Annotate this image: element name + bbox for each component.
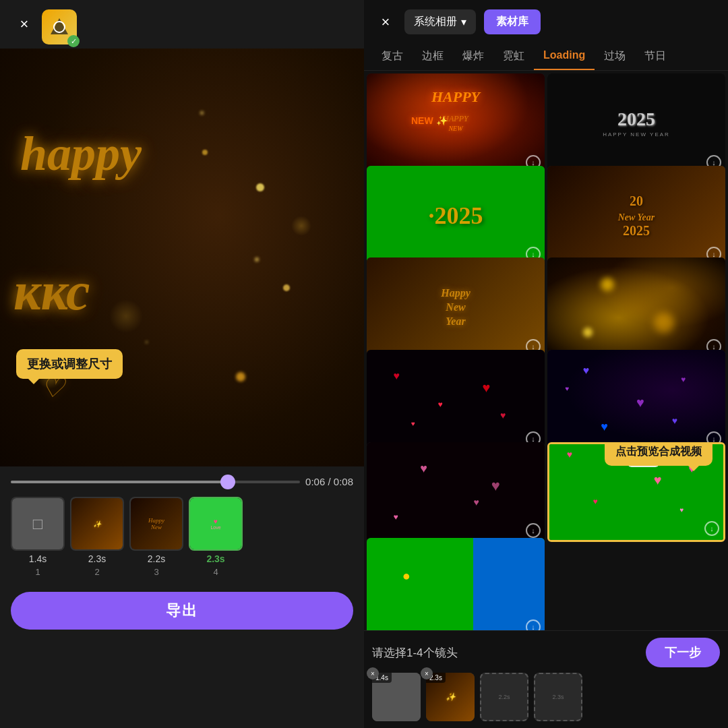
clip-item-4[interactable]: ♥ Love 2.3s 4 <box>189 497 243 577</box>
clip-number-1: 1 <box>35 567 40 577</box>
preview-tooltip[interactable]: 点击预览合成视频 <box>605 442 712 466</box>
download-icon-10[interactable]: ↓ <box>704 521 719 536</box>
left-panel: × happy ккс ♡ <box>0 0 364 728</box>
clip-number-2: 2 <box>94 567 99 577</box>
tab-retro[interactable]: 复古 <box>372 44 413 70</box>
media-grid: HAPPYNEW HAPPY NEW ✨ ↓ 2025 HAPPY NEW YE… <box>364 71 728 630</box>
clip-duration-2: 2.3s <box>88 553 106 564</box>
selected-thumb-1-close[interactable]: × <box>367 667 379 679</box>
tab-explode[interactable]: 爆炸 <box>453 44 493 70</box>
timeline-bar: 0:06 / 0:08 <box>0 473 364 490</box>
kkc-text-overlay: ккс <box>13 264 90 318</box>
timeline-progress <box>11 481 228 483</box>
bottom-bar: 请选择1-4个镜头 下一步 × 1.4s × ✨ 2.3s <box>364 630 728 728</box>
selected-thumb-1[interactable]: × 1.4s <box>372 673 421 721</box>
media-cell-4[interactable]: 20New Year2025 ↓ <box>547 166 725 266</box>
clip-thumb-inner-3: HappyNew <box>131 498 182 549</box>
system-album-button[interactable]: 系统相册 ▾ <box>404 9 476 34</box>
gold-particle-1 <box>256 183 264 191</box>
clip-thumb-2[interactable]: ✨ <box>70 497 124 551</box>
sparkle-4 <box>200 111 204 115</box>
gold-particle-3 <box>283 284 290 291</box>
selection-row: 请选择1-4个镜头 下一步 <box>372 638 720 667</box>
media-cell-1[interactable]: HAPPYNEW HAPPY NEW ✨ ↓ <box>367 73 545 174</box>
bokeh-2 <box>291 216 311 236</box>
selected-thumb-2-close[interactable]: × <box>421 667 433 679</box>
clip-item-1[interactable]: □ 1.4s 1 <box>11 497 65 577</box>
size-tooltip[interactable]: 更换或调整尺寸 <box>16 349 123 379</box>
media-cell-10[interactable]: ♥ ♥ ♥ ♥ ♥ Love You ↓ 点击预览合成视频 <box>547 442 725 543</box>
selected-thumb-4-label: 2.3s <box>552 694 564 700</box>
selected-thumb-4-inner: 2.3s <box>534 673 582 721</box>
selected-thumb-3[interactable]: 2.2s <box>480 673 528 721</box>
clip-thumb-1[interactable]: □ <box>11 497 65 551</box>
left-close-button[interactable]: × <box>12 12 36 36</box>
selected-thumbs: × 1.4s × ✨ 2.3s 2.2s <box>372 673 720 721</box>
bokeh-3 <box>109 299 143 333</box>
system-album-label: 系统相册 <box>414 15 457 29</box>
clip-thumb-inner-1: □ <box>12 498 63 549</box>
media-cell-6[interactable]: ↓ <box>547 257 725 358</box>
selection-label: 请选择1-4个镜头 <box>372 645 458 661</box>
timeline-area: 0:06 / 0:08 □ 1.4s 1 ✨ <box>0 466 364 584</box>
sparkle-3 <box>146 341 148 343</box>
right-close-button[interactable]: × <box>375 13 396 31</box>
timeline-thumb[interactable] <box>220 475 235 489</box>
right-header: × 系统相册 ▾ 素材库 <box>364 0 728 44</box>
clip-thumb-inner-4: ♥ Love <box>190 498 241 549</box>
clip-thumb-4[interactable]: ♥ Love <box>189 497 243 551</box>
app-logo <box>42 9 78 46</box>
download-icon-9[interactable]: ↓ <box>526 523 541 538</box>
clip-number-3: 3 <box>154 567 158 577</box>
video-preview: happy ккс ♡ 更换或调整尺寸 <box>0 49 364 466</box>
clip-item-2[interactable]: ✨ 2.3s 2 <box>70 497 124 577</box>
media-cell-11[interactable]: ● ↓ <box>367 538 545 630</box>
download-icon-11[interactable]: ↓ <box>526 619 541 630</box>
selected-thumb-2[interactable]: × ✨ 2.3s <box>426 673 475 721</box>
clip-item-3[interactable]: HappyNew 2.2s 3 <box>129 497 183 577</box>
tab-neon[interactable]: 霓虹 <box>493 44 534 70</box>
tab-frame[interactable]: 边框 <box>413 44 453 70</box>
export-button[interactable]: 导出 <box>11 592 353 630</box>
sparkle-2 <box>255 257 259 262</box>
gold-particle-4 <box>236 372 245 382</box>
media-cell-7[interactable]: ♥ ♥ ♥ ♥ ♥ ↓ <box>367 350 545 450</box>
selected-thumb-4[interactable]: 2.3s <box>534 673 582 721</box>
clip-duration-4: 2.3s <box>206 553 224 564</box>
right-panel: × 系统相册 ▾ 素材库 复古 边框 爆炸 霓虹 Loading 过场 节日 H… <box>364 0 728 728</box>
media-cell-2[interactable]: 2025 HAPPY NEW YEAR ↓ <box>547 73 725 174</box>
selected-thumb-3-label: 2.2s <box>498 694 510 700</box>
clips-row: □ 1.4s 1 ✨ 2.3s 2 <box>0 490 364 584</box>
timeline-time: 0:06 / 0:08 <box>305 476 353 487</box>
selected-thumb-3-inner: 2.2s <box>480 673 528 721</box>
tab-loading[interactable]: Loading <box>534 44 595 70</box>
material-button[interactable]: 素材库 <box>484 9 541 34</box>
media-cell-9[interactable]: ♥ ♥ ♥ ♥ ↓ <box>367 442 545 543</box>
clip-duration-1: 1.4s <box>29 553 47 564</box>
logo-icon <box>48 16 71 38</box>
tab-transition[interactable]: 过场 <box>595 44 635 70</box>
clip-thumb-inner-2: ✨ <box>71 498 123 549</box>
timeline-track[interactable] <box>11 481 300 483</box>
clip-thumb-3[interactable]: HappyNew <box>129 497 183 551</box>
clip-duration-3: 2.2s <box>148 553 165 564</box>
media-cell-5[interactable]: HappyNewYear ↓ <box>367 257 545 358</box>
category-tabs: 复古 边框 爆炸 霓虹 Loading 过场 节日 <box>364 44 728 71</box>
media-cell-3[interactable]: ·2025 ↓ <box>367 166 545 266</box>
clip-number-4: 4 <box>213 567 218 577</box>
system-album-chevron-icon: ▾ <box>461 16 466 28</box>
gold-particle-2 <box>202 150 208 155</box>
tab-holiday[interactable]: 节日 <box>635 44 675 70</box>
happy-text-overlay: happy <box>20 129 142 178</box>
media-cell-8[interactable]: ♥ ♥ ♥ ♥ ♥ ♥ ↓ <box>547 350 725 450</box>
next-button[interactable]: 下一步 <box>646 638 720 667</box>
